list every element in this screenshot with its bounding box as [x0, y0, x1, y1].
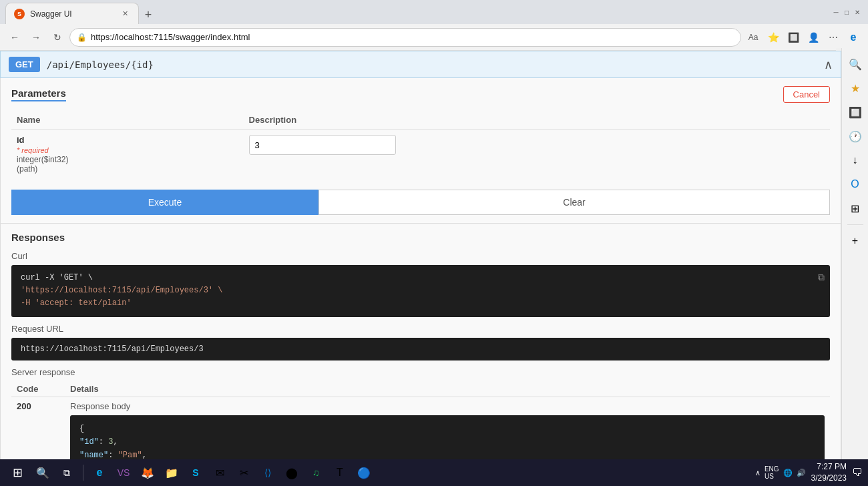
- method-badge: GET: [9, 57, 40, 72]
- request-url-title: Request URL: [11, 324, 830, 334]
- responses-title: Responses: [11, 232, 830, 243]
- task-view-button[interactable]: ⧉: [56, 462, 77, 483]
- downloads-sidebar-icon[interactable]: ↓: [845, 150, 866, 171]
- taskbar: ⊞ 🔍 ⧉ e VS 🦊 📁 S ✉ ✂ ⟨⟩: [0, 459, 868, 486]
- taskbar-vscode[interactable]: ⟨⟩: [257, 462, 278, 483]
- action-buttons: Execute Clear: [11, 190, 830, 215]
- name-column-header: Name: [11, 111, 244, 130]
- params-title: Parameters: [11, 87, 66, 101]
- address-bar[interactable]: 🔒 https://localhost:7115/swagger/index.h…: [69, 28, 741, 47]
- history-sidebar-icon[interactable]: 🕐: [845, 126, 866, 147]
- taskbar-firefox[interactable]: 🦊: [137, 462, 158, 483]
- sidebar-divider: [847, 224, 863, 225]
- read-mode-button[interactable]: Aa: [744, 28, 763, 47]
- endpoint-path: /api/Employees/{id}: [47, 59, 824, 70]
- maximize-button[interactable]: □: [841, 7, 852, 17]
- taskbar-teams[interactable]: T: [329, 462, 351, 483]
- code-col-header: Code: [11, 381, 65, 397]
- rb-line2: "id": 3,: [79, 437, 118, 447]
- minimize-button[interactable]: ─: [831, 7, 841, 17]
- edge-icon[interactable]: e: [844, 28, 863, 47]
- favorites-sidebar-icon[interactable]: ★: [845, 77, 866, 99]
- server-response-title: Server response: [11, 367, 830, 377]
- back-button[interactable]: ←: [5, 28, 24, 47]
- close-button[interactable]: ✕: [852, 7, 863, 17]
- param-value-input[interactable]: [249, 135, 396, 155]
- description-column-header: Description: [244, 111, 830, 130]
- refresh-button[interactable]: ↻: [48, 28, 67, 47]
- param-required: * required: [17, 146, 49, 154]
- taskbar-edge[interactable]: e: [89, 462, 110, 483]
- taskbar-right: ∧ ENG US 🌐 🔊 7:27 PM 3/29/2023 🗨: [755, 461, 863, 484]
- outlook-sidebar-icon[interactable]: O: [845, 174, 866, 195]
- copy-curl-icon[interactable]: ⧉: [818, 270, 825, 285]
- param-location: (path): [17, 164, 238, 174]
- tray-volume[interactable]: 🔊: [797, 469, 806, 477]
- endpoint-header[interactable]: GET /api/Employees/{id} ∧: [0, 51, 841, 78]
- url-display: https://localhost:7115/swagger/index.htm…: [91, 32, 734, 42]
- favorites-button[interactable]: ⭐: [764, 28, 783, 47]
- collections-button[interactable]: 🔲: [784, 28, 803, 47]
- active-tab[interactable]: S Swagger UI ✕: [5, 3, 139, 24]
- taskbar-explorer[interactable]: 📁: [161, 462, 182, 483]
- tab-close-button[interactable]: ✕: [120, 9, 130, 19]
- start-button[interactable]: ⊞: [5, 461, 29, 485]
- system-tray: ∧ ENG US 🌐 🔊: [755, 465, 806, 480]
- curl-title: Curl: [11, 251, 830, 261]
- param-type: integer($int32): [17, 155, 238, 164]
- page-content: GET /api/Employees/{id} ∧ Parameters Can…: [0, 51, 841, 486]
- tray-lang: ENG US: [765, 465, 779, 480]
- clear-button[interactable]: Clear: [318, 190, 830, 215]
- params-table: Name Description id * required integer($…: [11, 111, 830, 179]
- curl-line1: curl -X 'GET' \: [21, 273, 93, 282]
- param-row: id * required integer($int32) (path): [11, 130, 830, 180]
- magnify-sidebar-icon[interactable]: 🔍: [845, 53, 866, 75]
- cancel-button[interactable]: Cancel: [783, 86, 830, 103]
- add-sidebar-icon[interactable]: +: [845, 230, 866, 252]
- forward-button[interactable]: →: [27, 28, 45, 47]
- param-name-cell: id * required integer($int32) (path): [11, 130, 244, 180]
- details-col-header: Details: [65, 381, 830, 397]
- curl-line3: -H 'accept: text/plain': [21, 298, 132, 308]
- new-tab-button[interactable]: +: [139, 5, 158, 24]
- taskbar-separator: [83, 465, 83, 481]
- curl-line2: 'https://localhost:7115/api/Employees/3'…: [21, 286, 222, 295]
- taskbar-skype[interactable]: S: [185, 462, 206, 483]
- time-display: 7:27 PM: [811, 461, 847, 473]
- notification-button[interactable]: 🗨: [852, 467, 863, 479]
- browser-right-sidebar: 🔍 ★ 🔲 🕐 ↓ O ⊞ +: [841, 48, 868, 462]
- date-display: 3/29/2023: [811, 473, 847, 484]
- tray-up-arrow[interactable]: ∧: [755, 469, 761, 477]
- taskbar-app1[interactable]: 🔵: [353, 462, 375, 483]
- apps-sidebar-icon[interactable]: ⊞: [845, 198, 866, 219]
- profile-button[interactable]: 👤: [804, 28, 823, 47]
- taskbar-mail[interactable]: ✉: [209, 462, 230, 483]
- request-url-block: https://localhost:7115/api/Employees/3: [11, 338, 830, 360]
- parameters-section: Parameters Cancel Name Description id: [0, 78, 841, 224]
- search-taskbar-button[interactable]: 🔍: [32, 462, 53, 483]
- lock-icon: 🔒: [77, 33, 87, 42]
- execute-button[interactable]: Execute: [11, 190, 318, 215]
- response-body-title: Response body: [70, 401, 825, 411]
- taskbar-vs-icon[interactable]: VS: [113, 462, 134, 483]
- tab-favicon: S: [14, 9, 25, 19]
- swagger-content: GET /api/Employees/{id} ∧ Parameters Can…: [0, 51, 841, 486]
- tray-network[interactable]: 🌐: [783, 469, 793, 477]
- toolbar-icons: Aa ⭐ 🔲 👤 ⋯ e: [744, 28, 863, 47]
- taskbar-spotify[interactable]: ♫: [305, 462, 327, 483]
- rb-line1: {: [79, 424, 84, 433]
- param-description-cell: [244, 130, 830, 180]
- taskbar-chrome[interactable]: ⬤: [281, 462, 302, 483]
- request-url: https://localhost:7115/api/Employees/3: [21, 344, 204, 354]
- collapse-button[interactable]: ∧: [824, 57, 833, 72]
- params-header: Parameters Cancel: [11, 86, 830, 103]
- tab-bar: ─ □ ✕ S Swagger UI ✕ +: [0, 0, 868, 24]
- responses-section: Responses Curl curl -X 'GET' \ 'https://…: [0, 224, 841, 486]
- collections-sidebar-icon[interactable]: 🔲: [845, 101, 866, 123]
- param-name: id: [17, 135, 238, 145]
- browser-toolbar: ← → ↻ 🔒 https://localhost:7115/swagger/i…: [0, 24, 868, 51]
- more-button[interactable]: ⋯: [824, 28, 843, 47]
- taskbar-snipping[interactable]: ✂: [233, 462, 254, 483]
- clock[interactable]: 7:27 PM 3/29/2023: [811, 461, 847, 484]
- tab-title: Swagger UI: [30, 9, 72, 19]
